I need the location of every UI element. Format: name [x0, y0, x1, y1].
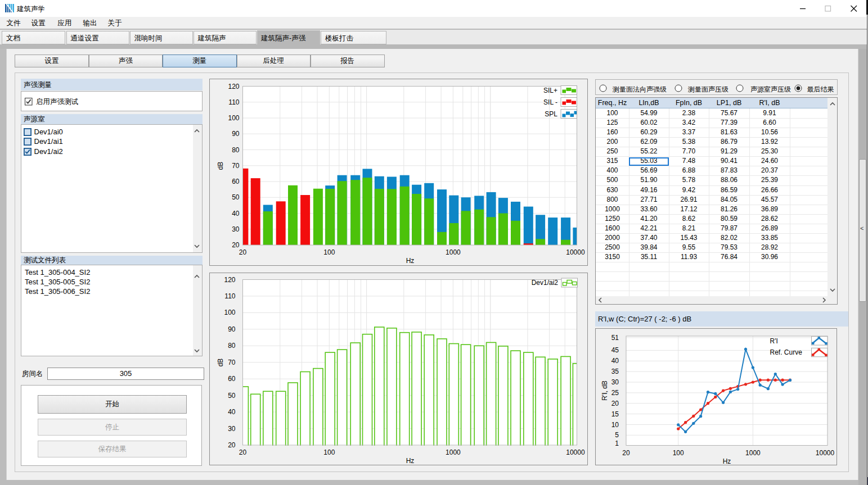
svg-text:1000: 1000 — [745, 449, 761, 457]
svg-text:110: 110 — [224, 292, 235, 300]
svg-text:R'I: R'I — [770, 337, 778, 345]
svg-text:60: 60 — [232, 178, 240, 185]
svg-text:51: 51 — [611, 334, 619, 342]
svg-text:25: 25 — [611, 389, 619, 397]
svg-text:30: 30 — [228, 424, 236, 432]
svg-text:30: 30 — [611, 378, 619, 386]
svg-text:80: 80 — [228, 342, 236, 350]
svg-text:100: 100 — [224, 309, 235, 316]
svg-text:Dev1/ai2: Dev1/ai2 — [532, 278, 559, 286]
svg-text:100: 100 — [323, 448, 335, 456]
svg-text:Hz: Hz — [406, 457, 415, 465]
svg-text:45: 45 — [611, 346, 619, 354]
svg-text:90: 90 — [232, 130, 240, 138]
svg-text:Ref. Curve: Ref. Curve — [770, 348, 803, 356]
svg-text:20: 20 — [611, 400, 619, 407]
svg-text:5: 5 — [615, 431, 619, 439]
svg-text:Hz: Hz — [723, 457, 731, 465]
svg-text:15: 15 — [611, 410, 619, 418]
svg-text:50: 50 — [232, 193, 240, 201]
svg-text:120: 120 — [228, 82, 239, 90]
svg-text:20: 20 — [239, 248, 247, 256]
svg-text:10000: 10000 — [566, 248, 585, 256]
svg-text:SPL: SPL — [545, 110, 557, 117]
svg-text:1000: 1000 — [446, 248, 461, 256]
svg-text:100: 100 — [673, 449, 684, 457]
svg-text:30: 30 — [232, 225, 240, 233]
svg-text:1: 1 — [615, 439, 619, 447]
svg-text:120: 120 — [224, 275, 235, 283]
svg-text:70: 70 — [228, 358, 236, 366]
svg-text:50: 50 — [228, 391, 236, 399]
svg-text:dB: dB — [217, 161, 224, 170]
svg-text:40: 40 — [232, 209, 240, 217]
svg-text:80: 80 — [232, 146, 240, 153]
svg-text:10000: 10000 — [566, 448, 585, 456]
svg-text:10: 10 — [611, 421, 619, 429]
svg-text:35: 35 — [611, 368, 619, 375]
svg-text:Hz: Hz — [406, 257, 415, 265]
svg-text:20: 20 — [228, 441, 236, 449]
svg-text:70: 70 — [232, 161, 240, 169]
svg-text:100: 100 — [323, 248, 335, 256]
svg-text:20: 20 — [232, 241, 240, 249]
svg-text:40: 40 — [611, 357, 619, 365]
svg-text:SIL+: SIL+ — [543, 86, 557, 94]
svg-text:90: 90 — [228, 325, 236, 333]
svg-text:40: 40 — [228, 408, 236, 416]
svg-text:20: 20 — [622, 449, 630, 457]
svg-text:100: 100 — [228, 114, 239, 122]
svg-text:60: 60 — [228, 375, 236, 383]
svg-text:dB: dB — [217, 358, 224, 366]
svg-text:SIL -: SIL - — [543, 98, 557, 106]
svg-text:R'I, dB: R'I, dB — [601, 380, 609, 401]
svg-text:10000: 10000 — [816, 449, 835, 457]
svg-text:20: 20 — [239, 448, 247, 456]
svg-text:1000: 1000 — [446, 448, 461, 456]
svg-text:110: 110 — [228, 98, 239, 106]
